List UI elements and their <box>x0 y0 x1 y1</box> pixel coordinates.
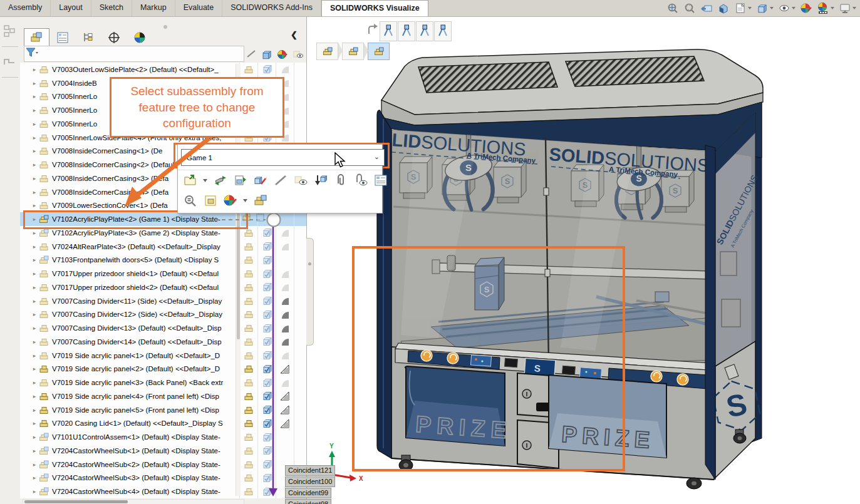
expand-arrow-icon[interactable]: ▸ <box>30 311 39 317</box>
tree-item[interactable]: ▸V7019 Side acrylic panel<2> (Default) <… <box>20 363 306 376</box>
display-pane-part-cell[interactable] <box>239 458 257 471</box>
tree-item[interactable]: ▸V7020 Casing Lid<1> (Default) <<Default… <box>20 417 306 431</box>
smart-mate-4-icon[interactable] <box>434 21 452 41</box>
display-pane-appearance-cell[interactable] <box>276 254 294 267</box>
dimxpertmanager-tab[interactable] <box>101 28 127 46</box>
display-pane-part-cell[interactable] <box>239 226 257 240</box>
expand-arrow-icon[interactable]: ▸ <box>30 420 39 426</box>
tree-item[interactable]: ▸V7003OuterLowSidePlate<2> (Default) <<D… <box>20 63 306 76</box>
display-pane-transparency-cell[interactable] <box>294 335 306 349</box>
apply-scene-icon[interactable] <box>817 2 834 14</box>
smart-mate-2-icon[interactable] <box>398 21 415 41</box>
copy-with-mates-icon[interactable] <box>253 193 268 207</box>
display-pane-transparency-cell[interactable] <box>294 267 306 280</box>
display-pane-transparency-cell[interactable] <box>294 349 306 363</box>
display-pane-displaymode-cell[interactable] <box>257 417 276 431</box>
display-pane-transparency-cell[interactable] <box>294 363 306 376</box>
display-pane-part-cell[interactable] <box>239 335 257 349</box>
smart-mate-3-icon[interactable] <box>416 21 433 41</box>
tree-horizontal-scrollbar[interactable] <box>23 499 244 504</box>
display-pane-transparency-cell[interactable] <box>294 90 306 104</box>
expand-arrow-icon[interactable]: ▸ <box>30 216 39 222</box>
display-pane-displaymode-cell[interactable] <box>257 444 276 458</box>
expand-arrow-icon[interactable]: ▸ <box>30 244 39 250</box>
breadcrumb-component[interactable] <box>368 43 390 60</box>
tree-item[interactable]: ▸V7019 Side acrylic panel<3> (Back Panel… <box>20 376 306 389</box>
tree-item[interactable]: ▸V7019 Side acrylic panel<4> (Front pane… <box>20 389 306 403</box>
display-pane-transparency-cell[interactable] <box>294 321 306 335</box>
display-pane-transparency-cell[interactable] <box>294 294 306 308</box>
expand-arrow-icon[interactable]: ▸ <box>30 352 39 359</box>
view-mates-icon[interactable] <box>353 173 368 187</box>
expand-arrow-icon[interactable]: ▸ <box>30 379 39 386</box>
expand-arrow-icon[interactable]: ▸ <box>30 339 39 345</box>
expand-arrow-icon[interactable]: ▸ <box>30 284 39 291</box>
display-pane-part-cell[interactable] <box>239 308 257 322</box>
display-pane-appearance-cell[interactable] <box>276 280 294 294</box>
transparency-icon[interactable] <box>290 46 306 62</box>
display-pane-part-cell[interactable] <box>239 376 257 389</box>
sketch-profile-icon[interactable] <box>3 54 18 72</box>
tree-item[interactable]: ▸V7017Upper prizedoor shield<1> (Default… <box>20 267 306 280</box>
view-orientation-icon[interactable] <box>756 2 774 14</box>
display-pane-appearance-cell[interactable] <box>276 212 294 226</box>
display-pane-transparency-cell[interactable] <box>294 131 306 145</box>
display-pane-displaymode-cell[interactable] <box>257 63 276 76</box>
tree-item[interactable]: ▸V7204CastorWheelSub<4> (Default) <Displ… <box>20 485 306 498</box>
configurationmanager-tab[interactable] <box>75 28 101 46</box>
expand-arrow-icon[interactable]: ▸ <box>30 366 39 372</box>
display-pane-transparency-cell[interactable] <box>294 212 306 226</box>
display-pane-transparency-cell[interactable] <box>294 117 306 131</box>
displaymanager-tab[interactable] <box>127 28 152 46</box>
display-pane-part-cell[interactable] <box>239 240 257 254</box>
panel-collapse-arrow[interactable]: ❮ <box>291 30 298 39</box>
display-pane-part-cell[interactable] <box>239 389 257 403</box>
display-pane-transparency-cell[interactable] <box>294 226 306 240</box>
expand-arrow-icon[interactable]: ▸ <box>30 461 39 468</box>
tree-item[interactable]: ▸V7007Casing Divider<12> (Side) <<Defaul… <box>20 308 306 322</box>
display-pane-transparency-cell[interactable] <box>294 76 306 90</box>
menu-tab-assembly[interactable]: Assembly <box>0 0 51 16</box>
filter-funnel-icon[interactable] <box>24 46 38 61</box>
display-pane-transparency-cell[interactable] <box>294 63 306 76</box>
menu-tab-evaluate[interactable]: Evaluate <box>175 0 223 16</box>
display-pane-appearance-cell[interactable] <box>276 417 294 431</box>
expand-arrow-icon[interactable]: ▸ <box>30 162 39 168</box>
tree-item[interactable]: ▸V7024AltRearPlate<3> (Default) <<Defaul… <box>20 240 306 254</box>
display-pane-displaymode-cell[interactable] <box>257 240 276 254</box>
display-pane-appearance-cell[interactable] <box>276 321 294 335</box>
display-pane-part-cell[interactable] <box>239 471 257 485</box>
display-pane-appearance-cell[interactable] <box>276 63 294 76</box>
display-pane-part-cell[interactable] <box>239 321 257 335</box>
appearance-icon[interactable] <box>223 193 238 207</box>
breadcrumb-subassembly[interactable] <box>342 43 364 60</box>
display-pane-appearance-cell[interactable] <box>276 430 294 444</box>
zoom-to-fit-icon[interactable] <box>666 2 679 14</box>
display-pane-part-cell[interactable] <box>239 294 257 308</box>
previous-view-icon[interactable] <box>700 2 713 14</box>
menu-tab-layout[interactable]: Layout <box>51 0 91 16</box>
display-pane-appearance-cell[interactable] <box>276 294 294 308</box>
tree-item[interactable]: ▸V7019 Side acrylic panel<5> (Front pane… <box>20 403 306 417</box>
display-pane-part-cell[interactable] <box>239 444 257 458</box>
display-pane-part-cell[interactable] <box>239 363 257 376</box>
replace-components-icon[interactable] <box>233 173 248 187</box>
expand-arrow-icon[interactable]: ▸ <box>30 448 39 454</box>
display-pane-displaymode-cell[interactable] <box>257 280 276 294</box>
menu-tab-solidworks-add-ins[interactable]: SOLIDWORKS Add-Ins <box>222 0 321 16</box>
display-pane-part-cell[interactable] <box>239 280 257 294</box>
insert-components-icon[interactable] <box>313 173 328 187</box>
display-pane-transparency-cell[interactable] <box>294 103 306 117</box>
display-pane-part-cell[interactable] <box>239 267 257 280</box>
display-pane-part-cell[interactable] <box>239 403 257 417</box>
component-properties-icon[interactable] <box>373 173 388 187</box>
display-pane-appearance-cell[interactable] <box>276 349 294 363</box>
expand-arrow-icon[interactable]: ▸ <box>30 434 39 440</box>
hide-component-icon[interactable] <box>273 173 288 187</box>
display-pane-transparency-cell[interactable] <box>294 389 306 403</box>
display-pane-part-cell[interactable] <box>239 430 257 444</box>
display-pane-transparency-cell[interactable] <box>294 308 306 322</box>
expand-arrow-icon[interactable]: ▸ <box>30 148 39 154</box>
display-pane-appearance-cell[interactable] <box>276 267 294 280</box>
display-mode-icon[interactable] <box>259 46 274 62</box>
